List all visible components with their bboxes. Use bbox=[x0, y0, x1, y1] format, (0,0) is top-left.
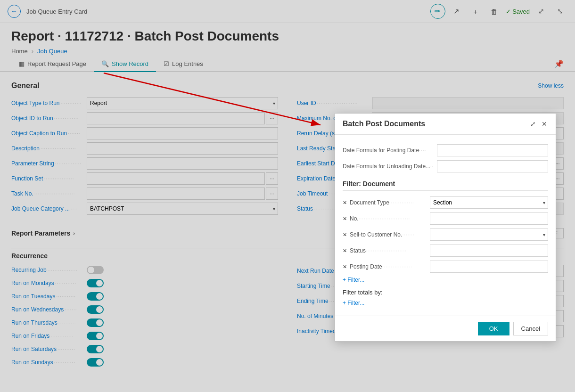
filter-status-label: Status ······················· bbox=[350, 247, 430, 254]
filter-posting-date-label: Posting Date ················· bbox=[350, 263, 430, 270]
filter-posting-date-remove[interactable]: ✕ bbox=[343, 264, 347, 270]
filter-customer-select[interactable] bbox=[430, 229, 548, 241]
batch-post-modal: Batch Post Documents ⤢ ✕ Date Formula fo… bbox=[335, 113, 556, 342]
cancel-button[interactable]: Cancel bbox=[513, 322, 548, 335]
modal-close-btn[interactable]: ✕ bbox=[541, 119, 548, 129]
modal-footer: OK Cancel bbox=[335, 316, 556, 341]
filter-no-row: ✕ No. ····························· bbox=[343, 211, 548, 227]
add-filter-totals-btn[interactable]: + Filter... bbox=[343, 298, 548, 308]
filter-customer-row: ✕ Sell-to Customer No. ······· ▾ bbox=[343, 227, 548, 243]
date-formula-unloading-input[interactable]: CM-4M bbox=[437, 160, 548, 172]
modal-expand-btn[interactable]: ⤢ bbox=[529, 119, 537, 129]
filter-posting-date-input[interactable] bbox=[430, 261, 548, 273]
modal-body: Date Formula for Posting Date ···· Date … bbox=[335, 135, 556, 316]
filter-document-title: Filter: Document bbox=[343, 180, 548, 191]
filter-customer-label: Sell-to Customer No. ······· bbox=[350, 231, 430, 238]
filter-no-input[interactable] bbox=[430, 212, 548, 225]
filter-posting-date-row: ✕ Posting Date ················· bbox=[343, 259, 548, 275]
filter-doc-type-label: Document Type ·············· bbox=[350, 199, 430, 206]
filter-document-section: Filter: Document ✕ Document Type ·······… bbox=[343, 180, 548, 285]
filter-customer-value: ▾ bbox=[430, 229, 548, 241]
filter-document-type-row: ✕ Document Type ·············· Section ▾ bbox=[343, 195, 548, 211]
filter-no-label: No. ····························· bbox=[350, 215, 430, 222]
modal-header: Batch Post Documents ⤢ ✕ bbox=[335, 114, 556, 135]
filter-totals-section: Filter totals by: + Filter... bbox=[343, 289, 548, 308]
main-container: ← Job Queue Entry Card ✏ ↗ + 🗑 ✓ Saved ⤢… bbox=[0, 0, 575, 392]
date-formula-unloading-label: Date Formula for Unloading Date... ·· bbox=[343, 163, 437, 170]
date-formula-posting-input[interactable] bbox=[437, 144, 548, 156]
filter-status-remove[interactable]: ✕ bbox=[343, 248, 347, 254]
filter-status-row: ✕ Status ······················· 90*|95* bbox=[343, 243, 548, 259]
filter-status-input[interactable]: 90*|95* bbox=[430, 245, 548, 257]
filter-totals-label: Filter totals by: bbox=[343, 289, 548, 296]
modal-header-icons: ⤢ ✕ bbox=[529, 119, 548, 129]
filter-doc-type-value: Section ▾ bbox=[430, 196, 548, 209]
date-formula-unloading-row: Date Formula for Unloading Date... ·· CM… bbox=[343, 158, 548, 174]
modal-title: Batch Post Documents bbox=[343, 120, 425, 128]
ok-button[interactable]: OK bbox=[478, 322, 509, 335]
date-formula-posting-label: Date Formula for Posting Date ···· bbox=[343, 147, 437, 154]
filter-doc-type-remove[interactable]: ✕ bbox=[343, 200, 347, 206]
filter-no-remove[interactable]: ✕ bbox=[343, 216, 347, 222]
add-filter-btn[interactable]: + Filter... bbox=[343, 275, 548, 285]
date-formula-posting-row: Date Formula for Posting Date ···· bbox=[343, 142, 548, 158]
filter-customer-remove[interactable]: ✕ bbox=[343, 232, 347, 238]
filter-doc-type-select[interactable]: Section bbox=[430, 196, 548, 209]
